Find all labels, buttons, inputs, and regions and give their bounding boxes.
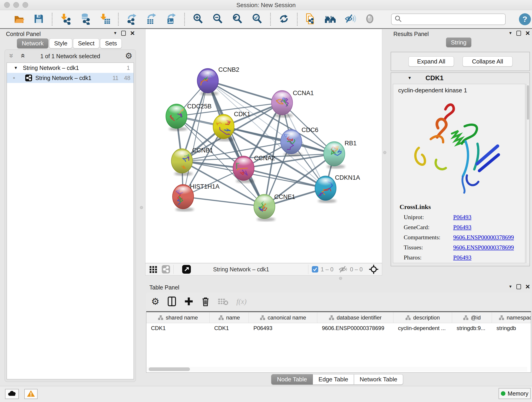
network-node-CDC25B[interactable] [166,104,187,131]
help-button[interactable]: ? [519,13,531,25]
save-session-button[interactable] [33,13,45,25]
zoom-fit-button[interactable] [231,13,243,25]
panel-collapse-icon[interactable]: ▼ [508,284,512,289]
panel-float-icon[interactable] [121,31,126,36]
copy-network-button[interactable] [305,13,317,25]
network-node-CCNB1[interactable] [171,149,193,176]
crosslink-link[interactable]: P06493 [453,254,471,261]
cloud-button[interactable] [5,389,19,399]
table-cell[interactable]: CDK1 [210,323,249,333]
table-options-gear-icon[interactable]: ⚙ [151,296,159,307]
import-network-file-button[interactable] [60,13,71,25]
share-network-icon[interactable] [162,265,170,274]
column-header-name[interactable]: name [210,312,249,323]
import-table-button[interactable] [99,13,111,25]
table-cell[interactable]: stringdb [492,323,531,333]
table-row[interactable]: CDK1CDK1P064939606.ENSP00000378699cyclin… [146,323,531,333]
network-canvas[interactable]: CCNB2CCNA1CDC25BCDK1CDC6RB1CCNB1CCNA2CDK… [145,29,382,263]
crosslink-link[interactable]: 9606.ENSP00000378699 [453,244,514,251]
network-node-RB1[interactable] [324,142,345,169]
memory-button[interactable]: Memory [499,388,531,399]
function-builder-icon[interactable]: f(x) [236,296,247,307]
crosslink-link[interactable]: P06493 [453,214,471,221]
column-header-canonical-name[interactable]: canonical name [249,312,317,323]
crosslink-link[interactable]: 9606.ENSP00000378699 [453,234,514,241]
table-cell[interactable]: 9606.ENSP00000378699 [317,323,393,333]
panel-float-icon[interactable] [516,31,521,36]
panel-close-icon[interactable]: ✕ [525,31,530,36]
tab-network[interactable]: Network [17,38,48,48]
node-label-CDC6: CDC6 [302,127,318,133]
table-tab-edge-table[interactable]: Edge Table [313,374,354,385]
zoom-out-button[interactable] [212,13,224,25]
table-panel-title: Table Panel [149,284,179,291]
selected-nodes-checkbox-icon[interactable] [312,266,318,273]
fit-crosshair-icon[interactable] [369,264,379,274]
delete-table-icon[interactable] [218,296,229,307]
network-options-gear-icon[interactable]: ⚙ [125,51,133,61]
export-network-button[interactable] [126,13,138,25]
bottom-splitter-handle[interactable] [339,277,342,280]
zoom-in-button[interactable] [192,13,204,25]
panel-collapse-icon[interactable]: ▼ [508,31,512,36]
birdseye-grid-icon[interactable] [149,265,158,274]
column-header--id[interactable]: @id [452,312,492,323]
import-network-database-button[interactable] [79,13,91,25]
network-node-CDKN1A[interactable] [315,176,336,203]
panel-collapse-icon[interactable]: ▼ [113,31,117,36]
panel-float-icon[interactable] [516,284,521,289]
tab-string[interactable]: String [446,38,471,47]
network-node-CCNB2[interactable] [197,69,219,96]
results-scrollbar[interactable] [526,84,530,263]
panel-close-icon[interactable]: ✕ [130,31,135,36]
left-splitter-handle[interactable] [140,206,143,209]
refresh-layout-button[interactable] [278,13,290,25]
external-view-icon[interactable] [182,265,191,274]
table-cell[interactable]: cyclin-dependent ... [393,323,452,333]
open-session-button[interactable] [13,13,25,25]
delete-column-icon[interactable] [201,296,210,307]
network-row[interactable]: ● String Network – cdk1 11 48 [7,73,133,83]
table-tab-network-table[interactable]: Network Table [354,374,403,385]
network-node-CCNE1[interactable] [254,194,275,221]
collection-count: 1 [127,65,130,71]
panel-close-icon[interactable]: ✕ [525,284,530,289]
expand-all-button[interactable]: Expand All [409,56,454,66]
column-header-namespace[interactable]: namespace [492,312,531,323]
column-label: @id [471,314,481,321]
warnings-button[interactable] [24,389,38,399]
table-cell[interactable]: stringdb:9... [452,323,492,333]
export-image-button[interactable] [165,13,177,25]
string-glasses-button[interactable] [344,13,356,25]
column-label: canonical name [268,314,306,321]
gene-expander-icon[interactable]: ▼ [408,76,412,80]
column-header-database-identifier[interactable]: database identifier [317,312,393,323]
results-scrollbar-thumb[interactable] [527,85,529,120]
collapse-all-button[interactable]: Collapse All [462,56,513,66]
tab-style[interactable]: Style [49,38,72,48]
network-collection-row[interactable]: ▼ String Network – cdk1 1 [7,63,133,73]
right-splitter-handle[interactable] [383,151,386,154]
table-cell[interactable]: CDK1 [146,323,210,333]
column-header-description[interactable]: description [393,312,452,323]
zoom-selected-button[interactable] [251,13,263,25]
network-node-CCNA1[interactable] [272,90,293,118]
string-home-button[interactable] [324,13,336,25]
tree-expander-icon[interactable]: ▼ [14,65,18,70]
string-lens-button[interactable] [364,13,376,25]
table-tab-node-table[interactable]: Node Table [271,374,313,385]
show-columns-icon[interactable] [167,296,177,307]
search-input[interactable] [402,15,505,24]
crosslink-link[interactable]: P06493 [453,224,471,231]
create-column-icon[interactable] [184,296,193,307]
hidden-eye-icon[interactable] [338,265,348,273]
tab-select[interactable]: Select [73,38,99,48]
table-hscrollbar-thumb[interactable] [149,367,190,371]
table-hscrollbar[interactable] [147,367,527,371]
column-header-shared-name[interactable]: shared name [146,312,210,323]
table-cell[interactable]: P06493 [249,323,317,333]
tab-sets[interactable]: Sets [100,38,122,48]
node-label-CDC25B: CDC25B [187,103,212,110]
export-table-button[interactable] [146,13,157,25]
gene-header-row[interactable]: ▼ CDK1 [391,73,530,83]
